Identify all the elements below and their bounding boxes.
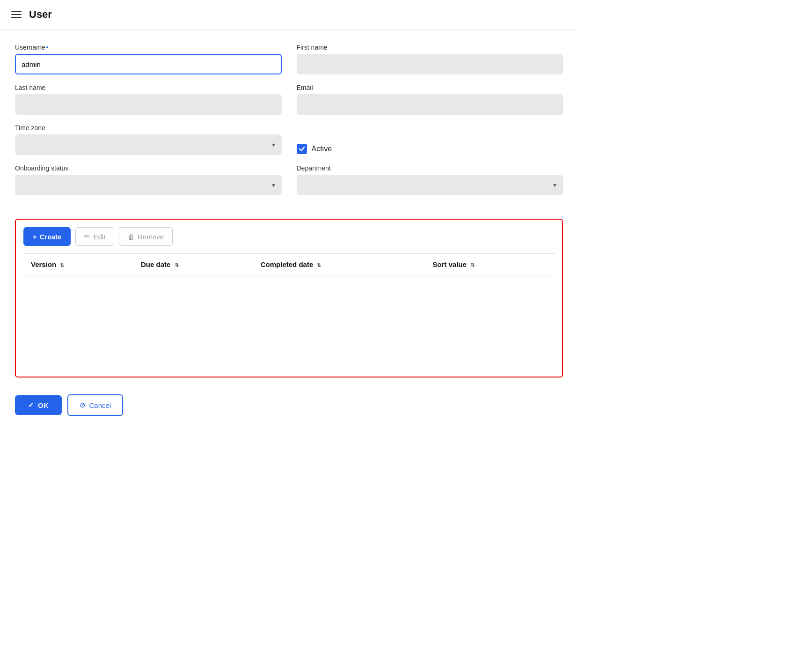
- active-checkbox-row: Active: [297, 134, 563, 154]
- create-label: Create: [40, 233, 62, 241]
- active-group: Active: [297, 124, 563, 155]
- email-label: Email: [297, 84, 563, 91]
- ok-label: OK: [38, 401, 49, 409]
- trash-icon: 🗑: [128, 233, 135, 241]
- department-label: Department: [297, 164, 563, 172]
- department-select[interactable]: [297, 175, 563, 195]
- lastname-group: Last name: [15, 84, 282, 115]
- sort-icon-sort-value: ⇅: [470, 262, 475, 268]
- edit-icon: ✏: [84, 232, 90, 241]
- form-row-2: Last name Email: [15, 84, 563, 115]
- page-title: User: [29, 8, 52, 21]
- form-row-1: Username• First name: [15, 44, 563, 74]
- col-completed-date[interactable]: Completed date ⇅: [253, 254, 425, 275]
- checkmark-icon: [299, 146, 305, 152]
- edit-label: Edit: [93, 233, 105, 241]
- sort-icon-completed-date: ⇅: [317, 262, 321, 268]
- lastname-input[interactable]: [15, 94, 282, 115]
- table-header-row: Version ⇅ Due date ⇅ Completed date ⇅ So…: [23, 254, 555, 275]
- active-spacer-label: [297, 124, 563, 132]
- timezone-group: Time zone ▾: [15, 124, 282, 155]
- onboarding-select-wrapper: ▾: [15, 175, 282, 195]
- header: User: [0, 0, 578, 30]
- required-indicator: •: [46, 44, 49, 51]
- table-empty-body: [23, 275, 555, 369]
- remove-label: Remove: [138, 233, 164, 241]
- active-checkbox[interactable]: [297, 144, 307, 154]
- email-group: Email: [297, 84, 563, 115]
- form-area: Username• First name Last name Email Tim…: [0, 30, 578, 214]
- table-toolbar: + Create ✏ Edit 🗑 Remove: [23, 227, 555, 246]
- edit-button[interactable]: ✏ Edit: [75, 227, 114, 246]
- cancel-label: Cancel: [89, 401, 111, 409]
- sort-icon-due-date: ⇅: [175, 262, 179, 268]
- username-group: Username•: [15, 44, 282, 74]
- timezone-select-wrapper: ▾: [15, 134, 282, 155]
- cancel-circle-icon: ⊘: [80, 401, 86, 409]
- ok-check-icon: ✓: [28, 401, 34, 409]
- department-select-wrapper: ▾: [297, 175, 563, 195]
- remove-button[interactable]: 🗑 Remove: [119, 227, 173, 246]
- onboarding-select[interactable]: [15, 175, 282, 195]
- col-version[interactable]: Version ⇅: [23, 254, 133, 275]
- form-row-4: Onboarding status ▾ Department ▾: [15, 164, 563, 195]
- plus-icon: +: [33, 233, 37, 241]
- username-label: Username•: [15, 44, 282, 51]
- onboarding-group: Onboarding status ▾: [15, 164, 282, 195]
- active-label: Active: [312, 145, 332, 153]
- col-due-date[interactable]: Due date ⇅: [133, 254, 253, 275]
- onboarding-label: Onboarding status: [15, 164, 282, 172]
- department-group: Department ▾: [297, 164, 563, 195]
- sort-icon-version: ⇅: [60, 262, 64, 268]
- footer-area: ✓ OK ⊘ Cancel: [0, 387, 578, 423]
- data-table: Version ⇅ Due date ⇅ Completed date ⇅ So…: [23, 253, 555, 369]
- ok-button[interactable]: ✓ OK: [15, 395, 62, 415]
- empty-cell: [23, 275, 555, 369]
- timezone-select[interactable]: [15, 134, 282, 155]
- firstname-label: First name: [297, 44, 563, 51]
- timezone-label: Time zone: [15, 124, 282, 132]
- table-section: + Create ✏ Edit 🗑 Remove Version ⇅ Due d…: [15, 219, 563, 377]
- cancel-button[interactable]: ⊘ Cancel: [67, 394, 124, 416]
- firstname-input[interactable]: [297, 54, 563, 74]
- lastname-label: Last name: [15, 84, 282, 91]
- col-sort-value[interactable]: Sort value ⇅: [425, 254, 555, 275]
- firstname-group: First name: [297, 44, 563, 74]
- create-button[interactable]: + Create: [23, 227, 71, 246]
- hamburger-icon[interactable]: [11, 11, 22, 18]
- email-input[interactable]: [297, 94, 563, 115]
- form-row-3: Time zone ▾ Active: [15, 124, 563, 155]
- username-input[interactable]: [15, 54, 282, 74]
